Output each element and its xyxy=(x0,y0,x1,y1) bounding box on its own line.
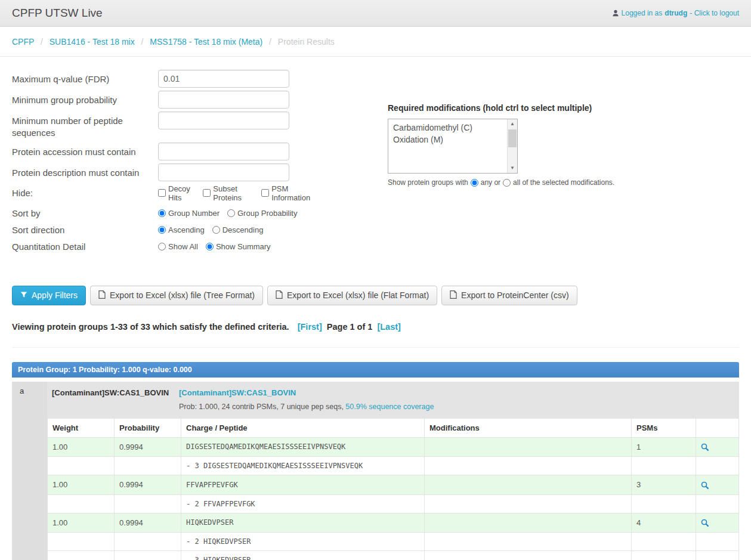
last-page-link[interactable]: [Last] xyxy=(377,322,400,332)
first-page-link[interactable]: [First] xyxy=(298,322,322,332)
detail-header xyxy=(696,418,739,437)
export-file-icon xyxy=(276,290,283,301)
scroll-down-icon[interactable]: ▼ xyxy=(508,163,517,173)
accession-contains-input[interactable] xyxy=(158,143,289,160)
peptide-row: 1.000.9994HIQKEDVPSER4 xyxy=(48,513,739,533)
group-letter: a xyxy=(20,386,24,395)
protein-accession: [Contaminant]SW:CAS1_BOVIN xyxy=(52,388,179,397)
login-status: Logged in as dtrudg - Click to logout xyxy=(612,9,739,17)
hide-psm-checkbox[interactable] xyxy=(261,189,269,197)
hide-decoy-checkbox[interactable] xyxy=(158,189,166,197)
filter-row-group-prob: Minimum group probability xyxy=(12,91,322,109)
mods-all-radio[interactable] xyxy=(503,179,511,187)
mods-note-prefix: Show protein groups with xyxy=(388,178,468,187)
quant-show-summary-label: Show Summary xyxy=(216,242,271,251)
filter-row-qvalue: Maximum q-value (FDR) xyxy=(12,70,322,88)
psms-cell xyxy=(632,533,696,551)
top-navbar: CPFP UTSW Live Logged in as dtrudg - Cli… xyxy=(0,0,751,27)
psms-cell xyxy=(632,457,696,475)
filter-row-description: Protein description must contain xyxy=(12,163,322,181)
listbox-scrollbar[interactable]: ▲ ▼ xyxy=(507,119,517,173)
quant-show-summary-radio[interactable] xyxy=(206,243,214,250)
sort-group-number-option[interactable]: Group Number xyxy=(158,209,220,218)
breadcrumb-current: Protein Results xyxy=(278,37,335,47)
charge-peptide-header: Charge / Peptide xyxy=(181,418,425,437)
hide-subset-checkbox[interactable] xyxy=(203,189,211,197)
export-file-icon xyxy=(98,290,106,301)
charge-state-row: - 2 FFVAPFPEVFGK xyxy=(48,494,739,513)
filter-form: Maximum q-value (FDR) Minimum group prob… xyxy=(12,57,739,258)
sort-group-prob-radio[interactable] xyxy=(227,209,235,217)
description-contains-input[interactable] xyxy=(158,163,289,181)
hide-decoy-option[interactable]: Decoy Hits xyxy=(158,184,195,202)
quant-show-all-radio[interactable] xyxy=(158,243,166,250)
modification-option[interactable]: Oxidation (M) xyxy=(388,134,517,146)
hide-decoy-label: Decoy Hits xyxy=(168,184,195,202)
page-indicator: Page 1 of 1 xyxy=(327,322,373,332)
psms-cell: 4 xyxy=(632,513,696,533)
user-icon xyxy=(612,10,619,17)
max-qvalue-input[interactable] xyxy=(158,70,289,88)
protein-group-header[interactable]: Protein Group: 1 Probability: 1.000 q-va… xyxy=(12,362,739,378)
charge-state-row: - 2 HIQKEDVPSER xyxy=(48,533,739,551)
export-excel-flat-button[interactable]: Export to Excel (xlsx) file (Flat Format… xyxy=(267,286,437,305)
breadcrumb-dataset[interactable]: MSS1758 - Test 18 mix (Meta) xyxy=(150,37,262,47)
sort-ascending-radio[interactable] xyxy=(158,226,166,234)
sort-group-prob-option[interactable]: Group Probability xyxy=(227,209,297,218)
psm-detail-cell[interactable] xyxy=(696,437,739,457)
modifications-cell xyxy=(425,513,632,533)
breadcrumb-submission[interactable]: SUB1416 - Test 18 mix xyxy=(50,37,135,47)
psms-cell xyxy=(632,494,696,513)
quant-show-all-option[interactable]: Show All xyxy=(158,242,198,251)
search-icon xyxy=(701,481,709,490)
scrollbar-thumb[interactable] xyxy=(508,129,517,147)
weight-cell: 1.00 xyxy=(48,437,115,457)
breadcrumb-separator: / xyxy=(269,37,271,47)
hide-options-row: Hide: Decoy Hits Subset Proteins PSM Inf… xyxy=(12,184,322,202)
quant-show-summary-option[interactable]: Show Summary xyxy=(206,242,271,251)
min-group-prob-input[interactable] xyxy=(158,91,289,109)
psm-detail-cell[interactable] xyxy=(696,513,739,533)
export-excel-tree-button[interactable]: Export to Excel (xlsx) file (Tree Format… xyxy=(90,286,263,305)
peptide-row: 1.000.9994FFVAPFPEVFGK3 xyxy=(48,475,739,495)
weight-cell: 1.00 xyxy=(48,513,115,533)
hide-subset-option[interactable]: Subset Proteins xyxy=(203,184,254,202)
hide-psm-option[interactable]: PSM Information xyxy=(261,184,314,202)
accession-contains-label: Protein accession must contain xyxy=(12,143,158,160)
search-icon xyxy=(701,519,709,527)
peptide-cell: DIGSESTEDQAMEDIKQMEAESISSSEEIVPNSVEQK xyxy=(181,437,425,457)
quantitation-detail-row: Quantitation Detail Show All Show Summar… xyxy=(12,242,322,252)
sequence-coverage-link[interactable]: 50.9% sequence coverage xyxy=(345,403,434,411)
peptide-table: Weight Probability Charge / Peptide Modi… xyxy=(47,418,739,560)
psm-detail-cell xyxy=(696,457,739,475)
breadcrumb: CPFP / SUB1416 - Test 18 mix / MSS1758 -… xyxy=(0,27,751,57)
probability-cell: 0.9994 xyxy=(115,437,181,457)
apply-filters-button[interactable]: Apply Filters xyxy=(12,286,86,305)
sort-descending-option[interactable]: Descending xyxy=(212,225,264,234)
peptide-table-body: 1.000.9994DIGSESTEDQAMEDIKQMEAESISSSEEIV… xyxy=(48,437,739,560)
export-proteincenter-button[interactable]: Export to ProteinCenter (csv) xyxy=(441,286,577,305)
peptide-cell: - 2 FFVAPFPEVFGK xyxy=(181,494,425,513)
sort-group-number-radio[interactable] xyxy=(158,209,166,217)
scroll-up-icon[interactable]: ▲ xyxy=(508,119,517,129)
protein-group-body: a [Contaminant]SW:CAS1_BOVIN[Contaminant… xyxy=(12,382,739,560)
sort-ascending-option[interactable]: Ascending xyxy=(158,225,205,234)
probability-cell xyxy=(115,494,181,513)
min-group-prob-label: Minimum group probability xyxy=(12,91,158,109)
psm-detail-cell xyxy=(696,551,739,560)
protein-accession-link[interactable]: [Contaminant]SW:CAS1_BOVIN xyxy=(179,388,296,397)
quant-show-all-label: Show All xyxy=(168,242,198,251)
search-icon xyxy=(701,443,709,451)
min-peptide-seqs-input[interactable] xyxy=(158,112,289,129)
modification-option[interactable]: Carbamidomethyl (C) xyxy=(388,122,517,134)
peptide-table-header-row: Weight Probability Charge / Peptide Modi… xyxy=(48,418,739,437)
mods-any-radio[interactable] xyxy=(471,179,478,187)
probability-cell: 0.9994 xyxy=(115,475,181,495)
logout-link[interactable]: - Click to logout xyxy=(690,9,739,17)
psm-detail-cell[interactable] xyxy=(696,475,739,495)
modifications-listbox[interactable]: Carbamidomethyl (C) Oxidation (M) ▲ ▼ xyxy=(388,119,518,174)
psm-detail-cell xyxy=(696,494,739,513)
breadcrumb-cpfp[interactable]: CPFP xyxy=(12,37,34,47)
app-title: CPFP UTSW Live xyxy=(12,7,103,20)
sort-descending-radio[interactable] xyxy=(212,226,220,234)
